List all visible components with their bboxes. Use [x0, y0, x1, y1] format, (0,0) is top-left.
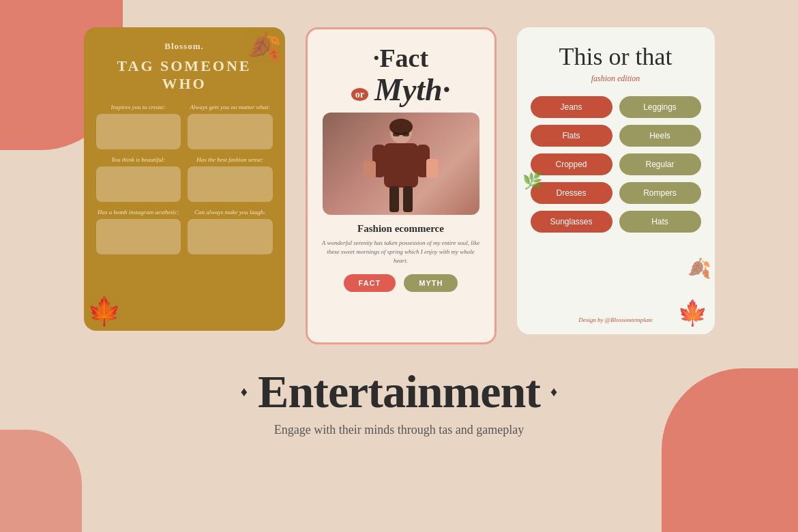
fashion-image	[323, 113, 479, 215]
card1-section-4: Has the best fashion sense:	[188, 156, 273, 202]
flats-button[interactable]: Flats	[531, 125, 612, 147]
card1-box-1	[96, 114, 181, 149]
card2-title: ·Fact or Myth·	[351, 44, 450, 107]
card1-label-5: Has a bomb instagram aesthetic:	[96, 209, 181, 216]
card-tag-someone: 🍂 🍁 Blossom. TAG SOMEONE WHO Inspires yo…	[84, 27, 285, 331]
card1-label-4: Has the best fashion sense:	[188, 156, 273, 163]
or-text: or	[351, 88, 368, 101]
svg-rect-9	[393, 132, 400, 136]
leaf-bottom-left-icon: 🍁	[87, 295, 121, 327]
card-fact-myth: ·Fact or Myth·	[306, 27, 497, 344]
card3-subtitle: fashion edition	[591, 74, 640, 84]
diamond-right-icon: ♦	[550, 384, 557, 400]
svg-rect-6	[426, 159, 439, 178]
card3-credit: Design by @Blossomtemplate	[578, 316, 652, 323]
card1-box-5	[96, 219, 181, 254]
card1-box-2	[188, 114, 273, 149]
svg-point-1	[389, 119, 413, 135]
brand-name: Blossom.	[96, 41, 273, 52]
card1-section-6: Can always make you laugh:	[188, 209, 273, 254]
card2-subtitle: Fashion ecommerce	[357, 223, 444, 235]
card-this-that: 🌿 🍂 🍁 This or that fashion edition Jeans…	[517, 27, 715, 334]
leaf-right-icon: 🍂	[688, 257, 711, 280]
main-content: 🍂 🍁 Blossom. TAG SOMEONE WHO Inspires yo…	[0, 0, 798, 532]
card3-title: This or that	[559, 42, 673, 71]
rompers-button[interactable]: Rompers	[619, 182, 701, 204]
leggings-button[interactable]: Leggings	[619, 96, 701, 118]
fashion-figure-svg	[360, 115, 442, 213]
card1-box-4	[188, 166, 273, 202]
entertainment-subtitle: Engage with their minds through tas and …	[241, 423, 557, 437]
svg-rect-2	[384, 143, 418, 188]
card1-section-5: Has a bomb instagram aesthetic:	[96, 209, 181, 254]
entertainment-title: Entertainment	[258, 365, 540, 419]
svg-rect-7	[389, 186, 399, 212]
card1-box-6	[188, 219, 273, 254]
regular-button[interactable]: Regular	[619, 153, 701, 175]
svg-rect-5	[364, 161, 376, 178]
svg-rect-8	[403, 186, 413, 212]
card1-label-3: You think is beautiful:	[96, 156, 181, 163]
card2-buttons: FACT MYTH	[344, 274, 458, 292]
jeans-button[interactable]: Jeans	[531, 96, 612, 118]
cropped-button[interactable]: Cropped	[531, 153, 612, 175]
card1-label-2: Always gets you no matter what:	[188, 104, 273, 110]
fact-text: ·Fact	[373, 44, 428, 72]
sunglasses-button[interactable]: Sunglasses	[531, 211, 612, 233]
myth-button[interactable]: MYTH	[404, 274, 458, 292]
diamond-left-icon: ♦	[241, 384, 248, 400]
hats-button[interactable]: Hats	[619, 211, 701, 233]
entertainment-row: ♦ Entertainment ♦	[241, 365, 557, 419]
leaf-bottom-icon: 🍁	[677, 299, 708, 327]
fact-button[interactable]: FACT	[344, 274, 396, 292]
myth-text: Myth·	[374, 72, 450, 107]
leaf-left-icon: 🌿	[522, 171, 543, 190]
heels-button[interactable]: Heels	[619, 125, 701, 147]
card1-box-3	[96, 166, 181, 202]
card1-section-3: You think is beautiful:	[96, 156, 181, 202]
card2-desc: A wonderful serenity has taken possessio…	[320, 239, 482, 265]
card1-section-2: Always gets you no matter what:	[188, 104, 273, 149]
card1-title: TAG SOMEONE WHO	[96, 57, 273, 93]
bottom-section: ♦ Entertainment ♦ Engage with their mind…	[241, 365, 557, 437]
card1-section-1: Inspires you to create:	[96, 104, 181, 149]
card1-label-6: Can always make you laugh:	[188, 209, 273, 216]
cards-row: 🍂 🍁 Blossom. TAG SOMEONE WHO Inspires yo…	[84, 27, 715, 344]
dresses-button[interactable]: Dresses	[531, 182, 612, 204]
leaf-top-right-icon: 🍂	[248, 31, 282, 63]
card3-buttons-grid: Jeans Leggings Flats Heels Cropped Regul…	[531, 96, 701, 233]
card1-label-1: Inspires you to create:	[96, 104, 181, 110]
card1-grid: Inspires you to create: Always gets you …	[96, 104, 273, 254]
svg-rect-10	[402, 132, 409, 136]
